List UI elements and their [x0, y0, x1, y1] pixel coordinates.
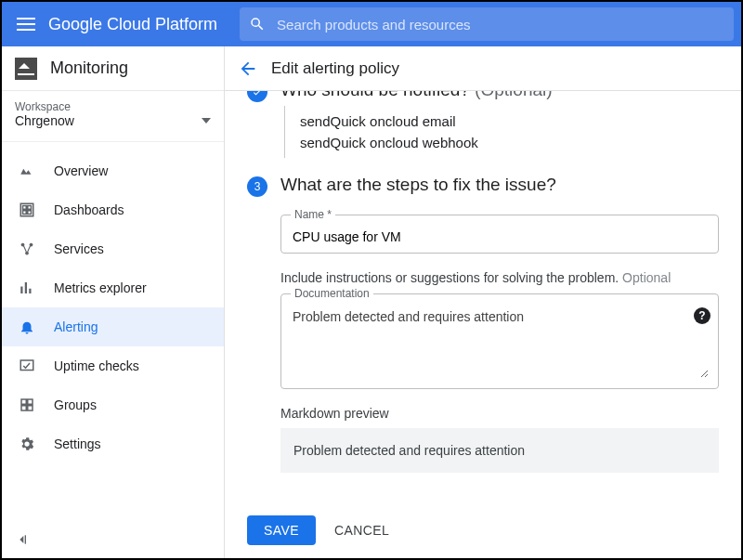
svg-rect-19	[25, 535, 26, 543]
documentation-textarea[interactable]	[291, 307, 709, 378]
step-number-badge: 3	[247, 176, 267, 197]
chevron-down-icon	[202, 118, 211, 124]
svg-rect-2	[17, 29, 35, 31]
section-title: Monitoring	[50, 59, 128, 78]
markdown-preview-label: Markdown preview	[280, 406, 719, 421]
menu-icon[interactable]	[9, 7, 43, 41]
section-header: Monitoring	[2, 46, 224, 91]
step-fix-title: What are the steps to fix the issue?	[280, 175, 719, 195]
back-arrow-icon[interactable]	[238, 59, 266, 79]
svg-rect-17	[21, 406, 26, 410]
documentation-legend: Documentation	[291, 287, 373, 300]
policy-name-input[interactable]	[291, 228, 709, 245]
settings-icon	[17, 436, 37, 452]
main-panel: Edit alerting policy Who should be notif…	[225, 46, 741, 558]
page-header: Edit alerting policy	[225, 46, 741, 91]
uptime-icon	[17, 358, 37, 374]
help-icon[interactable]: ?	[694, 307, 710, 324]
svg-rect-5	[28, 206, 32, 210]
documentation-hint: Include instructions or suggestions for …	[280, 270, 719, 285]
nav-list: Overview Dashboards Services Metrics exp…	[2, 151, 224, 521]
svg-rect-12	[25, 282, 27, 293]
top-bar: Google Cloud Platform	[2, 2, 741, 46]
save-button[interactable]: SAVE	[247, 515, 316, 545]
channel-item: sendQuick oncloud webhook	[300, 135, 719, 150]
nav-item-dashboards[interactable]: Dashboards	[2, 190, 224, 229]
markdown-preview: Problem detected and requires attention	[280, 428, 719, 473]
groups-icon	[17, 397, 37, 413]
svg-rect-18	[28, 406, 33, 410]
step-notify: Who should be notified? (Optional) sendQ…	[247, 91, 719, 165]
policy-name-legend: Name *	[291, 208, 335, 221]
cancel-button[interactable]: CANCEL	[329, 522, 395, 539]
monitoring-icon	[15, 58, 37, 80]
svg-rect-16	[28, 399, 33, 404]
svg-rect-1	[17, 23, 35, 25]
workspace-selector[interactable]: Workspace Chrgenow	[2, 91, 224, 142]
nav-item-overview[interactable]: Overview	[2, 151, 224, 190]
services-icon	[17, 241, 37, 257]
svg-rect-15	[21, 399, 26, 404]
nav-label: Services	[54, 241, 104, 256]
svg-rect-11	[20, 287, 22, 294]
svg-rect-0	[17, 18, 35, 20]
search-field[interactable]	[240, 7, 734, 41]
metrics-icon	[17, 280, 37, 296]
nav-item-uptime[interactable]: Uptime checks	[2, 346, 224, 385]
nav-label: Metrics explorer	[54, 280, 147, 295]
overview-icon	[17, 163, 37, 179]
svg-rect-6	[23, 211, 27, 215]
step-notify-title: Who should be notified? (Optional)	[280, 91, 719, 100]
workspace-label: Workspace	[15, 100, 211, 113]
svg-rect-13	[29, 289, 31, 293]
dashboards-icon	[17, 202, 37, 218]
nav-label: Alerting	[54, 319, 98, 334]
svg-point-10	[25, 252, 29, 255]
svg-rect-14	[20, 360, 33, 371]
notification-channels: sendQuick oncloud email sendQuick onclou…	[284, 106, 719, 158]
channel-item: sendQuick oncloud email	[300, 113, 719, 129]
search-input[interactable]	[275, 16, 724, 33]
nav-item-settings[interactable]: Settings	[2, 424, 224, 463]
nav-label: Uptime checks	[54, 358, 139, 373]
page-title: Edit alerting policy	[271, 59, 399, 78]
nav-item-services[interactable]: Services	[2, 229, 224, 268]
sidebar: Monitoring Workspace Chrgenow Overview D…	[2, 46, 225, 558]
svg-rect-7	[28, 211, 32, 215]
step-fix: 3 What are the steps to fix the issue? N…	[247, 175, 719, 473]
alerting-icon	[17, 319, 37, 335]
step-done-badge	[247, 91, 267, 102]
nav-label: Dashboards	[54, 202, 124, 217]
nav-label: Settings	[54, 436, 101, 451]
nav-item-alerting[interactable]: Alerting	[2, 307, 224, 346]
form-footer: SAVE CANCEL	[225, 504, 741, 558]
nav-item-metrics[interactable]: Metrics explorer	[2, 268, 224, 307]
search-icon	[249, 16, 266, 33]
documentation-field[interactable]: Documentation ?	[280, 287, 719, 389]
policy-name-field[interactable]: Name *	[280, 208, 719, 254]
brand-title: Google Cloud Platform	[48, 15, 217, 34]
nav-label: Groups	[54, 397, 97, 412]
svg-rect-4	[23, 206, 27, 210]
nav-item-groups[interactable]: Groups	[2, 385, 224, 424]
workspace-name: Chrgenow	[15, 113, 74, 128]
collapse-sidebar-button[interactable]	[2, 521, 224, 558]
form-scroll-area[interactable]: Who should be notified? (Optional) sendQ…	[225, 91, 741, 504]
nav-label: Overview	[54, 163, 108, 178]
